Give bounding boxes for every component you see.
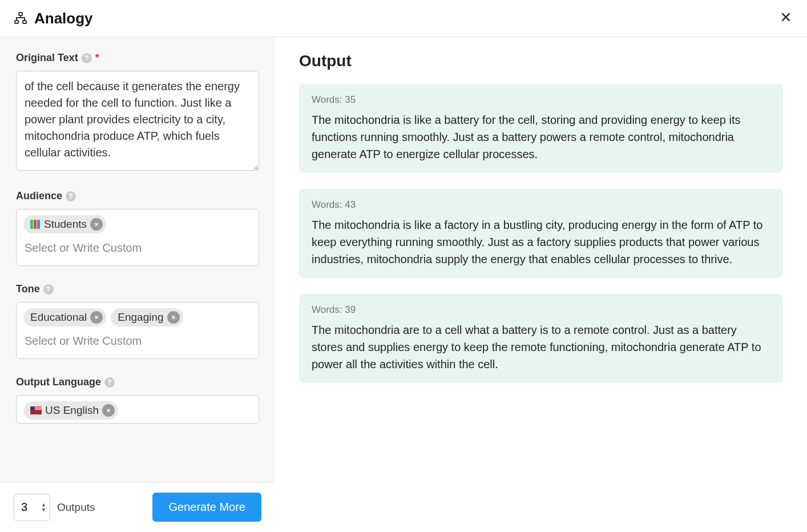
remove-tag-button[interactable]	[90, 218, 103, 231]
required-indicator: *	[95, 52, 99, 64]
help-icon[interactable]: ?	[66, 191, 76, 201]
help-icon[interactable]: ?	[43, 284, 54, 295]
output-language-input[interactable]: US English	[16, 395, 259, 424]
close-icon	[171, 315, 176, 320]
audience-field: Audience ? Students Select or Write Cust…	[16, 190, 259, 266]
output-text: The mitochondria are to a cell what a ba…	[312, 321, 770, 373]
flag-us-icon	[30, 406, 42, 414]
audience-input[interactable]: Students Select or Write Custom	[16, 209, 259, 266]
books-icon	[30, 220, 41, 229]
output-panel: Output Words: 35 The mitochondria is lik…	[275, 37, 807, 532]
tone-placeholder: Select or Write Custom	[23, 331, 252, 351]
help-icon[interactable]: ?	[82, 53, 92, 63]
word-count: Words: 35	[312, 94, 770, 106]
remove-tag-button[interactable]	[102, 404, 115, 417]
outputs-count-stepper[interactable]: ▲ ▼	[14, 494, 50, 521]
output-text: The mitochondria is like a battery for t…	[312, 111, 770, 163]
sidebar-footer: ▲ ▼ Outputs Generate More	[0, 482, 275, 532]
language-tag-us-english: US English	[23, 401, 118, 420]
output-card[interactable]: Words: 43 The mitochondria is like a fac…	[299, 189, 783, 278]
analogy-modal: Analogy Original Text ? * of the cell be…	[0, 0, 807, 532]
svg-rect-0	[19, 13, 22, 15]
stepper-down[interactable]: ▼	[41, 507, 46, 513]
output-language-field: Output Language ? US English	[16, 376, 259, 424]
tone-input[interactable]: Educational Engaging Select or Write Cus…	[16, 302, 259, 359]
outputs-label: Outputs	[57, 501, 95, 514]
tone-tag-educational: Educational	[23, 308, 106, 327]
close-button[interactable]	[778, 9, 793, 27]
output-card[interactable]: Words: 35 The mitochondria is like a bat…	[299, 84, 783, 173]
output-text: The mitochondria is like a factory in a …	[312, 216, 770, 268]
sidebar: Original Text ? * of the cell because it…	[0, 37, 275, 532]
close-icon	[94, 315, 99, 320]
audience-placeholder: Select or Write Custom	[23, 238, 252, 258]
audience-label: Audience ?	[16, 190, 259, 202]
word-count: Words: 43	[312, 199, 770, 211]
word-count: Words: 39	[312, 304, 770, 316]
modal-title: Analogy	[34, 10, 93, 27]
remove-tag-button[interactable]	[167, 311, 180, 324]
modal-header: Analogy	[0, 0, 807, 37]
close-icon	[778, 10, 793, 25]
original-text-label: Original Text ? *	[16, 52, 259, 64]
tone-tag-engaging: Engaging	[111, 308, 183, 327]
original-text-field: Original Text ? * of the cell because it…	[16, 52, 259, 173]
help-icon[interactable]: ?	[104, 377, 115, 388]
analogy-icon	[14, 11, 27, 25]
remove-tag-button[interactable]	[90, 311, 103, 324]
audience-tag-students: Students	[23, 215, 106, 233]
output-card[interactable]: Words: 39 The mitochondria are to a cell…	[299, 294, 783, 383]
tone-field: Tone ? Educational Engaging	[16, 283, 259, 359]
svg-rect-1	[15, 21, 18, 23]
close-icon	[94, 221, 99, 227]
generate-more-button[interactable]: Generate More	[152, 493, 261, 522]
output-language-label: Output Language ?	[16, 376, 259, 388]
original-text-input[interactable]: of the cell because it generates the ene…	[16, 71, 259, 171]
output-title: Output	[299, 52, 783, 70]
svg-rect-2	[23, 21, 26, 23]
outputs-count-input[interactable]	[21, 501, 35, 514]
tone-label: Tone ?	[16, 283, 259, 295]
close-icon	[106, 408, 111, 413]
